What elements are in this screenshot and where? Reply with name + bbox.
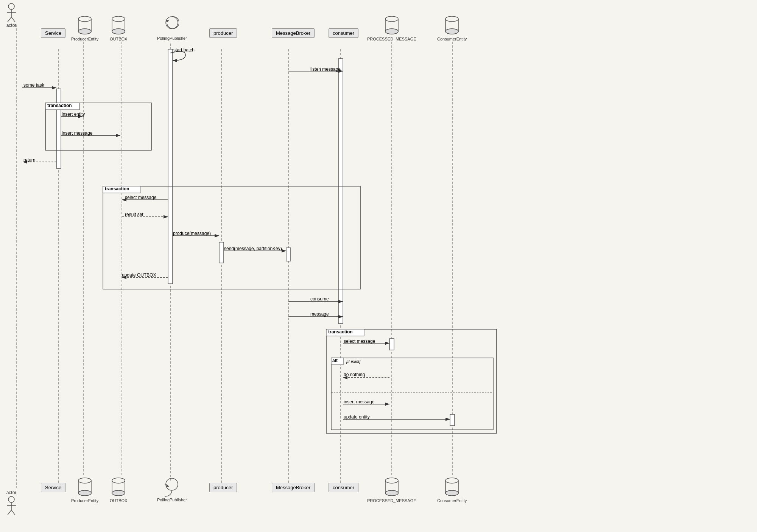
svg-point-85 xyxy=(166,478,178,490)
msg-start-batch: start batch xyxy=(173,47,195,53)
msg-send: send(message, partitionKey) xyxy=(224,246,282,251)
svg-point-58 xyxy=(166,17,178,29)
svg-point-69 xyxy=(445,29,458,34)
actor-top: actor xyxy=(6,3,17,28)
msg-select-message-2: select message xyxy=(344,339,375,344)
svg-rect-15 xyxy=(286,248,291,261)
frame3-label: transaction xyxy=(328,329,353,334)
svg-point-87 xyxy=(385,478,398,483)
svg-point-53 xyxy=(112,16,125,22)
producer-entity-label: ProducerEntity xyxy=(71,37,98,41)
svg-point-60 xyxy=(385,16,398,22)
svg-rect-14 xyxy=(219,242,224,263)
svg-rect-11 xyxy=(168,49,173,284)
svg-line-46 xyxy=(8,17,11,22)
msg-update-outbox: update OUTBOX xyxy=(122,272,156,278)
svg-line-73 xyxy=(8,510,11,515)
message-broker-box-bottom: MessageBroker xyxy=(272,483,315,492)
svg-line-47 xyxy=(11,17,15,22)
service-box-top: Service xyxy=(41,28,65,38)
frame4-label: alt xyxy=(332,358,338,363)
msg-produce: produce(message) xyxy=(173,231,211,236)
svg-point-52 xyxy=(78,29,91,34)
polling-publisher-top: PollingPublisher xyxy=(157,14,187,40)
svg-point-57 xyxy=(112,29,125,34)
outbox-label-top: OUTBOX xyxy=(110,37,127,41)
frame1-label: transaction xyxy=(47,103,72,108)
actor-bottom: actor xyxy=(6,490,17,515)
actor-bottom-label: actor xyxy=(6,490,17,495)
outbox-bottom: OUTBOX xyxy=(110,477,127,503)
consumer-box-top: consumer xyxy=(329,28,358,38)
svg-point-79 xyxy=(78,490,91,496)
svg-point-64 xyxy=(385,29,398,34)
consumer-entity-top: ConsumerEntity xyxy=(437,15,467,41)
msg-return: return xyxy=(23,157,35,163)
msg-message: message xyxy=(310,311,329,317)
svg-point-75 xyxy=(78,478,91,483)
polling-publisher-bottom: PollingPublisher xyxy=(157,476,187,502)
producer-box-top: producer xyxy=(209,28,237,38)
msg-some-task: some task xyxy=(23,82,44,88)
svg-line-74 xyxy=(11,510,15,515)
outbox-top: OUTBOX xyxy=(110,15,127,41)
msg-insert-entity: insert entity xyxy=(62,112,85,117)
svg-rect-17 xyxy=(450,414,455,426)
msg-insert-message-2: insert message xyxy=(344,399,374,404)
svg-rect-34 xyxy=(45,103,151,150)
svg-point-70 xyxy=(8,496,14,502)
consumer-box-bottom: consumer xyxy=(329,483,358,492)
svg-point-48 xyxy=(78,16,91,22)
svg-point-92 xyxy=(445,478,458,483)
msg-consume: consume xyxy=(310,296,329,302)
processed-message-label-top: PROCESSED_MESSAGE xyxy=(367,37,416,41)
service-box-bottom: Service xyxy=(41,483,65,492)
svg-point-80 xyxy=(112,478,125,483)
consumer-entity-bottom: ConsumerEntity xyxy=(437,477,467,503)
frame2-label: transaction xyxy=(105,186,129,191)
producer-entity-top: ProducerEntity xyxy=(71,15,98,41)
message-broker-box-top: MessageBroker xyxy=(272,28,315,38)
actor-top-label: actor xyxy=(6,23,17,28)
svg-point-43 xyxy=(8,3,14,9)
msg-insert-message: insert message xyxy=(62,131,92,136)
msg-select-message-1: select message xyxy=(125,195,156,200)
svg-rect-13 xyxy=(338,59,343,324)
producer-entity-bottom: ProducerEntity xyxy=(71,477,98,503)
svg-point-65 xyxy=(445,16,458,22)
svg-point-84 xyxy=(112,490,125,496)
producer-box-bottom: producer xyxy=(209,483,237,492)
svg-point-91 xyxy=(385,490,398,496)
processed-message-bottom: PROCESSED_MESSAGE xyxy=(367,477,416,503)
frame4-condition: [if exist] xyxy=(346,359,360,364)
svg-point-96 xyxy=(445,490,458,496)
consumer-entity-label-top: ConsumerEntity xyxy=(437,37,467,41)
msg-listen-message: listen message xyxy=(310,67,341,72)
processed-message-top: PROCESSED_MESSAGE xyxy=(367,15,416,41)
msg-update-entity: update entity xyxy=(344,414,370,420)
polling-publisher-label-top: PollingPublisher xyxy=(157,36,187,40)
msg-do-nothing: do nothing xyxy=(344,372,365,377)
svg-rect-12 xyxy=(56,89,61,168)
svg-rect-16 xyxy=(389,339,394,350)
sequence-diagram: actor Service ProducerEntity OUTBOX xyxy=(0,0,757,532)
msg-result-set: result set xyxy=(125,212,143,217)
